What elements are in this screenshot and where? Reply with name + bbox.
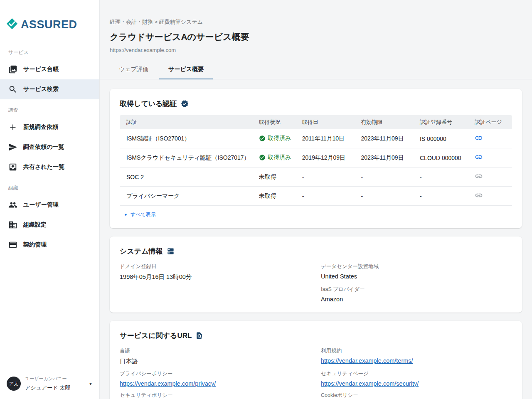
tab-service-overview[interactable]: サービス概要	[159, 60, 213, 79]
cert-expiry-date: -	[355, 167, 414, 187]
field-label: 利用規約	[321, 347, 512, 355]
user-company: ユーザーカンパニー	[25, 376, 84, 382]
system-info-card-header: システム情報	[120, 246, 512, 256]
field-cookie-policy-url: Cookieポリシー https://help.vendar.example.c…	[321, 392, 512, 399]
field-value: United States	[321, 273, 512, 280]
field-label: データセンター設置地域	[321, 263, 512, 270]
field-security-policy-url: セキュリティポリシー https://vendar.example.com/in…	[120, 392, 311, 399]
sidebar-item-research-request-list[interactable]: 調査依頼の一覧	[0, 137, 99, 157]
service-urls-card: サービスに関するURL 言語 日本語 利用規約 https://vendar.e…	[110, 321, 522, 399]
system-info-fields: ドメイン登録日 1998年05月16日 13時00分 データセンター設置地域 U…	[120, 263, 512, 303]
cert-page-cell	[469, 167, 512, 187]
status-text: 取得済み	[268, 135, 291, 142]
cert-expiry-date: -	[355, 187, 414, 206]
logo: ASSURED	[0, 0, 99, 42]
cert-acquired-date: 2011年11月10日	[296, 129, 355, 148]
link-icon[interactable]	[475, 134, 483, 142]
cert-status-cell: 取得済み	[253, 148, 296, 167]
status-badge: 未取得	[259, 173, 276, 180]
field-domain-registration: ドメイン登録日 1998年05月16日 13時00分	[120, 263, 311, 281]
cert-name: ISMSクラウドセキュリティ認証（ISO27017）	[120, 148, 253, 167]
sidebar-item-user-management[interactable]: ユーザー管理	[0, 195, 99, 215]
user-name: アシュアード 太郎	[25, 384, 84, 392]
table-header-row: 認証 取得状況 取得日 有効期限 認証登録番号 認証ページ	[120, 115, 512, 129]
sidebar-section-services: サービス	[0, 42, 99, 59]
sidebar-item-service-ledger[interactable]: サービス台帳	[0, 59, 99, 79]
field-label: ドメイン登録日	[120, 263, 311, 270]
sidebar: ASSURED サービス サービス台帳 サービス検索 調査 新規調査依頼 調査依…	[0, 0, 100, 399]
status-badge: 取得済み	[259, 154, 291, 161]
link-icon	[475, 191, 483, 200]
cert-acquired-date: -	[296, 167, 355, 187]
field-terms-url: 利用規約 https://vendar.example.com/terms/	[321, 347, 512, 365]
user-menu[interactable]: ア太 ユーザーカンパニー アシュアード 太郎 ▼	[0, 370, 99, 399]
sidebar-item-service-search[interactable]: サービス検索	[0, 79, 99, 99]
field-language: 言語 日本語	[120, 347, 311, 365]
caret-down-icon: ▼	[124, 213, 128, 217]
field-label: セキュリティポリシー	[120, 392, 311, 399]
page-title: クラウドサービスAのサービス概要	[110, 31, 522, 43]
assured-logo-icon	[6, 17, 18, 32]
check-circle-icon	[259, 135, 266, 142]
main-content: 経理・会計・財務 > 経費精算システム クラウドサービスAのサービス概要 htt…	[100, 0, 532, 399]
building-icon	[8, 220, 17, 229]
column-header-status: 取得状況	[253, 115, 296, 129]
verified-badge-icon	[181, 100, 189, 108]
link-icon[interactable]	[475, 153, 483, 161]
cert-registration-number: -	[414, 187, 469, 206]
field-security-page-url: セキュリティページ https://vendar.example.com/sec…	[321, 370, 512, 387]
sidebar-section-organization: 組織	[0, 177, 99, 195]
inbox-icon	[8, 163, 17, 172]
content-area: 取得している認証 認証 取得状況 取得日 有効期限 認証登録番号 認証ページ	[100, 79, 532, 399]
people-icon	[8, 200, 17, 209]
field-iaas-provider: IaaS プロバイダー Amazon	[321, 286, 512, 303]
nav-label: 組織設定	[23, 221, 47, 229]
send-icon	[8, 143, 17, 152]
url-link[interactable]: https://vendar.example.com/security/	[321, 380, 512, 387]
check-circle-icon	[259, 154, 266, 161]
certifications-card-header: 取得している認証	[120, 99, 512, 108]
status-badge: 未取得	[259, 192, 276, 199]
system-info-title: システム情報	[120, 246, 163, 256]
table-row: プライバシーマーク 未取得 - - -	[120, 187, 512, 206]
tab-bar: ウェブ評価 サービス概要	[100, 60, 532, 79]
field-label: IaaS プロバイダー	[321, 286, 512, 293]
tab-web-rating[interactable]: ウェブ評価	[110, 60, 158, 79]
cert-name: プライバシーマーク	[120, 187, 253, 206]
search-icon	[8, 85, 17, 94]
url-link[interactable]: https://vendar.example.com/terms/	[321, 357, 512, 364]
cert-name: ISMS認証（ISO27001）	[120, 129, 253, 148]
service-urls-title: サービスに関するURL	[120, 331, 192, 340]
user-info: ユーザーカンパニー アシュアード 太郎	[25, 376, 84, 392]
cert-page-cell	[469, 148, 512, 167]
sidebar-item-shared-list[interactable]: 共有された一覧	[0, 157, 99, 177]
cert-acquired-date: 2019年12月09日	[296, 148, 355, 167]
sidebar-item-contract-management[interactable]: 契約管理	[0, 235, 99, 255]
nav-label: 共有された一覧	[23, 163, 64, 171]
server-icon	[167, 247, 175, 255]
table-row: ISMS認証（ISO27001） 取得済み 2011年11月10日 2023年1…	[120, 129, 512, 148]
sidebar-item-organization-settings[interactable]: 組織設定	[0, 215, 99, 235]
avatar: ア太	[7, 377, 21, 391]
breadcrumb[interactable]: 経理・会計・財務 > 経費精算システム	[110, 18, 522, 26]
certifications-title: 取得している認証	[120, 99, 177, 108]
show-all-button[interactable]: ▼ すべて表示	[120, 211, 512, 218]
column-header-registration-number: 認証登録番号	[414, 115, 469, 129]
chevron-down-icon: ▼	[89, 382, 93, 386]
cert-status-cell: 取得済み	[253, 129, 296, 148]
url-link[interactable]: https://vendar.example.com/privacy/	[120, 380, 311, 387]
column-header-certification: 認証	[120, 115, 253, 129]
cert-status-cell: 未取得	[253, 187, 296, 206]
status-badge: 取得済み	[259, 135, 291, 142]
nav-label: ユーザー管理	[23, 201, 59, 209]
sidebar-item-new-research-request[interactable]: 新規調査依頼	[0, 117, 99, 137]
find-in-page-icon	[195, 332, 203, 340]
field-value: 日本語	[120, 357, 311, 365]
cert-acquired-date: -	[296, 187, 355, 206]
cert-page-cell	[469, 187, 512, 206]
cert-name: SOC 2	[120, 167, 253, 187]
plus-icon	[8, 123, 17, 132]
field-label: 言語	[120, 347, 311, 355]
service-urls-card-header: サービスに関するURL	[120, 331, 512, 340]
cert-page-cell	[469, 129, 512, 148]
